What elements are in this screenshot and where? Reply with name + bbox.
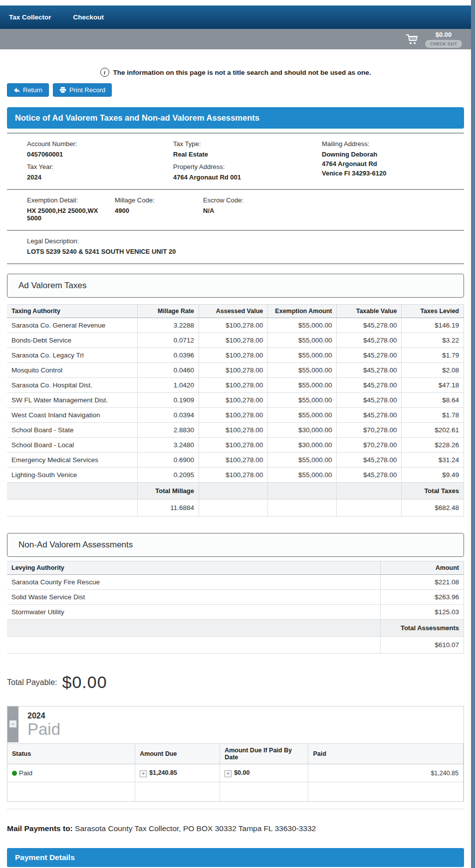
info-banner: i The information on this page is not a … — [7, 68, 464, 77]
escrow-label: Escrow Code: — [203, 196, 464, 204]
mail-payments-label: Mail Payments to: — [7, 824, 73, 833]
table-cell: School Board - State — [7, 423, 138, 438]
paid-amount-cell: $1,240.85 — [308, 764, 464, 782]
table-cell: $202.61 — [402, 423, 464, 438]
table-cell: $30,000.00 — [268, 423, 337, 438]
paid-status-table-head: Status Amount Due Amount Due If Paid By … — [7, 744, 464, 764]
escrow-value: N/A — [203, 207, 464, 214]
toolbar: Return Print Record — [7, 83, 464, 97]
table-header-row: Taxing Authority Millage Rate Assessed V… — [7, 305, 464, 318]
total-taxes-value: $682.48 — [402, 500, 464, 517]
total-millage-label: Total Millage — [138, 483, 199, 500]
table-cell: $100,278.00 — [199, 348, 268, 363]
status-text: Paid — [19, 769, 32, 777]
column-header: Amount Due If Paid By Date — [220, 744, 308, 764]
cart-icon[interactable] — [405, 33, 419, 45]
info-banner-text: The information on this page is not a ti… — [113, 69, 371, 76]
table-cell: $55,000.00 — [268, 333, 337, 348]
print-record-button-label: Print Record — [69, 86, 105, 94]
column-header: Status — [7, 744, 135, 764]
millage-code-label: Millage Code: — [115, 196, 203, 204]
table-cell: Solid Waste Service Dist — [7, 590, 381, 605]
table-cell — [199, 483, 268, 500]
total-assessments-label: Total Assessments — [381, 620, 464, 637]
ad-valorem-table-body: Sarasota Co. General Revenue3.2288$100,2… — [7, 318, 464, 483]
amount-due-value: $1,240.85 — [149, 769, 177, 776]
table-cell: 3.2288 — [138, 318, 199, 333]
table-header-row: Status Amount Due Amount Due If Paid By … — [7, 744, 464, 764]
table-cell: $45,278.00 — [337, 453, 402, 468]
table-cell — [135, 782, 220, 802]
panel-status-word: Paid — [27, 720, 464, 738]
millage-code-value: 4900 — [115, 207, 203, 214]
panel-year: 2024 — [27, 711, 464, 720]
table-cell: Mosquito Control — [7, 363, 138, 378]
checkout-button[interactable]: CHECK OUT — [425, 40, 462, 48]
table-cell: $228.26 — [402, 438, 464, 453]
table-cell: $2.08 — [402, 363, 464, 378]
collapse-minus-icon[interactable]: − — [9, 720, 16, 727]
table-cell: $1.78 — [402, 408, 464, 423]
amount-due-by-date-value: $0.00 — [234, 769, 249, 776]
table-cell: $47.18 — [402, 378, 464, 393]
total-payable-line: Total Payable: $0.00 — [7, 673, 464, 692]
column-header: Taxable Value — [337, 305, 402, 318]
expand-plus-icon[interactable]: + — [140, 770, 147, 777]
table-cell: $55,000.00 — [268, 348, 337, 363]
total-label-row: Total Assessments — [7, 620, 464, 637]
cart-cluster: $0.00 CHECK OUT — [405, 31, 462, 48]
cart-amount-block: $0.00 CHECK OUT — [425, 31, 462, 48]
table-cell: $55,000.00 — [268, 453, 337, 468]
table-cell — [308, 782, 464, 802]
table-cell — [7, 782, 135, 802]
non-ad-valorem-section-title: Non-Ad Valorem Assessments — [7, 533, 464, 557]
column-header: Paid — [308, 744, 464, 764]
table-cell — [220, 782, 308, 802]
column-header: Amount — [381, 561, 464, 575]
table-cell: 0.6900 — [138, 453, 199, 468]
table-row: Lighting-South Venice0.2095$100,278.00$5… — [7, 468, 464, 483]
account-col-1: Account Number: 0457060001 Tax Year: 202… — [27, 140, 173, 186]
table-cell: $45,278.00 — [337, 348, 402, 363]
table-row: West Coast Inland Navigation0.0394$100,2… — [7, 408, 464, 423]
paid-status-row: Paid +$1,240.85 +$0.00 $1,240.85 — [7, 764, 464, 782]
total-value-row: 11.6884 $682.48 — [7, 500, 464, 517]
account-section-legal: Legal Description: LOTS 5239 5240 & 5241… — [7, 231, 464, 264]
mailing-address-line: Downing Deborah — [322, 151, 464, 158]
total-taxes-label: Total Taxes — [402, 483, 464, 500]
total-label-row: Total Millage Total Taxes — [7, 483, 464, 500]
table-row: Sarasota County Fire Rescue$221.08 — [7, 575, 464, 590]
return-button-label: Return — [23, 86, 42, 94]
account-number-value: 0457060001 — [27, 151, 173, 158]
expand-plus-icon[interactable]: + — [225, 770, 232, 777]
divider — [7, 809, 464, 809]
table-cell: School Board - Local — [7, 438, 138, 453]
total-value-row: $610.07 — [7, 637, 464, 654]
print-record-button[interactable]: Print Record — [53, 83, 112, 97]
empty-row — [7, 782, 464, 802]
table-cell — [7, 637, 381, 654]
table-row: SW FL Water Management Dist.0.1909$100,2… — [7, 393, 464, 408]
tax-year-value: 2024 — [27, 174, 173, 181]
account-number-label: Account Number: — [27, 140, 173, 148]
table-cell: $100,278.00 — [199, 438, 268, 453]
table-cell: 0.0712 — [138, 333, 199, 348]
amount-due-by-date-cell: +$0.00 — [220, 764, 308, 782]
table-cell: $55,000.00 — [268, 393, 337, 408]
table-cell: $100,278.00 — [199, 423, 268, 438]
table-cell: $221.08 — [381, 575, 464, 590]
account-section-main: Account Number: 0457060001 Tax Year: 202… — [7, 134, 464, 190]
table-cell: $55,000.00 — [268, 318, 337, 333]
table-cell: $1.79 — [402, 348, 464, 363]
nav-item-checkout[interactable]: Checkout — [73, 13, 104, 21]
table-cell: 0.1909 — [138, 393, 199, 408]
total-assessments-value: $610.07 — [381, 637, 464, 654]
ad-valorem-section-title: Ad Valorem Taxes — [7, 274, 464, 298]
table-cell: Sarasota Co. Hospital Dist. — [7, 378, 138, 393]
table-cell: $70,278.00 — [337, 438, 402, 453]
return-button[interactable]: Return — [7, 83, 49, 97]
table-cell: Emergency Medical Services — [7, 453, 138, 468]
non-ad-valorem-table-head: Levying Authority Amount — [7, 561, 464, 575]
nav-item-tax-collector[interactable]: Tax Collector — [9, 13, 51, 21]
column-header: Taxes Levied — [402, 305, 464, 318]
